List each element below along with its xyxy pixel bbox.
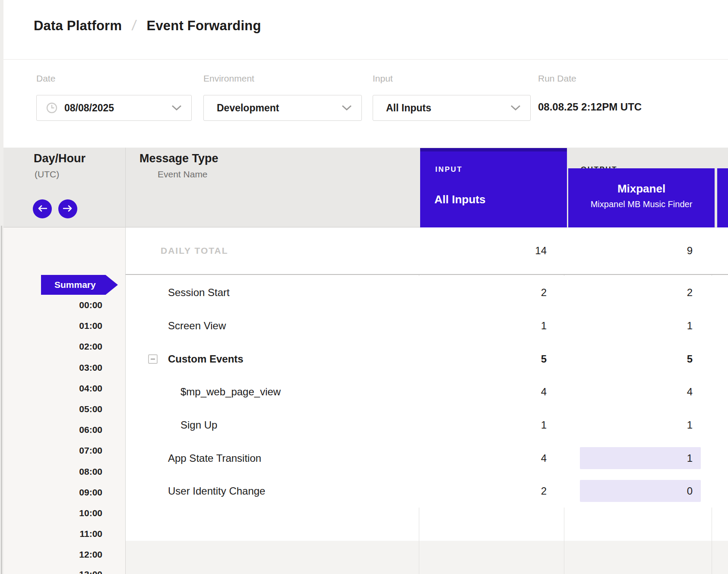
filter-bar: Date Environment Input Run Date 08/08/20… [3,60,728,148]
input-value: All Inputs [386,102,431,114]
row-output-value: 1 [687,452,693,464]
environment-value: Development [217,102,279,114]
row-input-value: 4 [541,452,547,464]
date-select[interactable]: 08/08/2025 [36,95,192,121]
row-output-value: 1 [687,320,693,332]
day-hour-subtitle: (UTC) [35,169,59,180]
daily-total-output-value: 9 [687,245,693,257]
table-row-app-state-transition: App State Transition 4 1 [126,442,728,475]
sidebar-hour-02[interactable]: 02:00 [0,341,102,352]
sidebar-hour-03[interactable]: 03:00 [0,363,102,373]
chevron-down-icon [171,105,182,111]
output-highlight-cell [580,480,701,502]
event-rows: Session Start 2 2 Screen View 1 1 Custom… [126,276,728,508]
event-forwarding-page: Data Platform / Event Forwarding Date En… [0,0,728,574]
collapse-toggle[interactable] [148,354,158,364]
sidebar-item-summary[interactable]: Summary [41,275,118,295]
table-row-user-identity-change: User Identity Change 2 0 [126,474,728,508]
next-output-column-partial[interactable] [717,168,728,227]
table-row-session-start: Session Start 2 2 [126,276,728,309]
row-label: User Identity Change [168,485,265,497]
row-label: Session Start [168,287,230,299]
output-column-subtitle: Mixpanel MB Music Finder [568,199,715,209]
sidebar-hour-10[interactable]: 10:00 [0,508,102,518]
row-output-value: 5 [687,353,693,365]
table-row-custom-events: Custom Events 5 5 [126,342,728,375]
daily-total-label: DAILY TOTAL [161,246,228,256]
table-footer-area [126,541,728,574]
sidebar-hour-12[interactable]: 12:00 [0,549,102,560]
sidebar-hour-06[interactable]: 06:00 [0,425,102,435]
arrow-right-icon [63,205,73,213]
output-highlight-cell [580,447,701,469]
date-value: 08/08/2025 [64,102,114,114]
breadcrumb: Data Platform / Event Forwarding [34,17,261,34]
row-output-value: 0 [687,485,693,497]
daily-total-row: DAILY TOTAL 14 9 [126,227,728,275]
row-output-value: 4 [687,386,693,398]
sidebar-hour-01[interactable]: 01:00 [0,321,102,331]
sidebar-hour-09[interactable]: 09:00 [0,487,102,498]
clock-icon [46,102,57,114]
page-title: Event Forwarding [147,18,261,34]
row-input-value: 1 [541,419,547,431]
input-select[interactable]: All Inputs [373,95,531,121]
arrow-left-icon [38,205,47,213]
previous-day-button[interactable] [33,199,52,218]
row-label: Custom Events [168,353,244,365]
row-input-value: 5 [541,353,547,365]
row-label: App State Transition [168,452,261,464]
environment-select[interactable]: Development [203,95,362,121]
environment-label: Environment [203,73,254,84]
chevron-down-icon [342,105,352,111]
row-output-value: 2 [687,287,693,299]
table-row-mp-web-page-view: $mp_web_page_view 4 4 [126,375,728,408]
sidebar-hour-00[interactable]: 00:00 [0,300,102,310]
sidebar-hour-11[interactable]: 11:00 [0,529,102,539]
row-label: Sign Up [180,419,217,431]
row-input-value: 2 [541,485,547,497]
event-name-subtitle: Event Name [158,169,208,180]
output-column-header-mixpanel[interactable]: Mixpanel Mixpanel MB Music Finder [568,168,715,227]
row-output-value: 1 [687,419,693,431]
input-label: Input [373,73,393,84]
daily-total-input-value: 14 [535,245,547,257]
run-date-value: 08.08.25 2:12PM UTC [538,101,642,113]
row-label: $mp_web_page_view [180,386,281,398]
message-type-header: Message Type [139,152,218,165]
chevron-down-icon [510,105,521,111]
breadcrumb-data-platform[interactable]: Data Platform [34,18,122,34]
table-header: Day/Hour (UTC) Message Type Event Name I… [3,148,728,227]
day-hour-header: Day/Hour [34,152,85,165]
output-column-name: Mixpanel [568,182,715,196]
row-input-value: 1 [541,320,547,332]
breadcrumb-separator: / [131,17,137,34]
sidebar-hour-13[interactable]: 13:00 [0,569,102,574]
sidebar-hour-08[interactable]: 08:00 [0,467,102,477]
date-label: Date [36,73,55,84]
input-group-label: INPUT [435,165,463,174]
minus-icon [151,359,155,360]
row-input-value: 2 [541,287,547,299]
run-date-label: Run Date [538,73,576,84]
input-column-name: All Inputs [434,193,485,206]
table-row-screen-view: Screen View 1 1 [126,309,728,342]
sidebar-hour-04[interactable]: 04:00 [0,383,102,394]
sidebar-hour-07[interactable]: 07:00 [0,445,102,456]
row-input-value: 4 [541,386,547,398]
vertical-scrollbar[interactable] [1,226,2,574]
summary-label: Summary [54,280,96,290]
table-row-sign-up: Sign Up 1 1 [126,408,728,442]
row-label: Screen View [168,320,226,332]
next-day-button[interactable] [58,199,77,218]
sidebar-hour-05[interactable]: 05:00 [0,404,102,414]
input-column-header[interactable]: INPUT All Inputs [420,148,567,227]
top-bar: Data Platform / Event Forwarding [3,0,728,60]
